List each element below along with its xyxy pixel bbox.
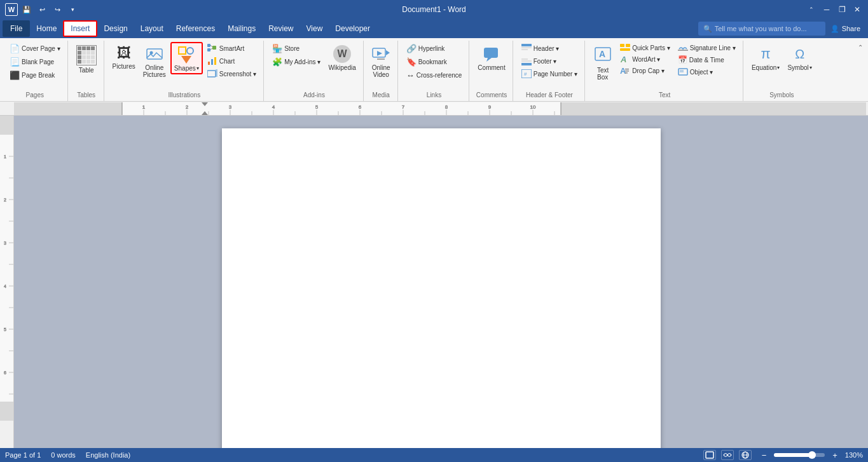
share-icon: 👤 — [830, 25, 839, 33]
my-addins-button[interactable]: 🧩 My Add-ins ▾ — [269, 55, 324, 69]
wordart-button[interactable]: A WordArt ▾ — [617, 53, 673, 65]
bookmark-button[interactable]: 🔖 Bookmark — [403, 55, 465, 69]
redo-button[interactable]: ↪ — [51, 3, 64, 16]
header-button[interactable]: Header ▾ — [518, 42, 581, 55]
blank-page-icon: 📃 — [10, 57, 20, 67]
symbol-button[interactable]: Ω Symbol ▾ — [784, 42, 815, 73]
menu-references[interactable]: References — [170, 20, 221, 37]
menu-mailings[interactable]: Mailings — [221, 20, 262, 37]
word-count: 0 words — [51, 451, 76, 459]
menu-review[interactable]: Review — [262, 20, 300, 37]
share-button[interactable]: 👤 Share — [825, 24, 865, 34]
object-button[interactable]: Object ▾ — [675, 66, 739, 78]
qat-customize-button[interactable]: ▾ — [66, 3, 79, 16]
wikipedia-button[interactable]: W Wikipedia — [325, 42, 359, 73]
search-icon: 🔍 — [703, 25, 712, 33]
drop-cap-button[interactable]: A Drop Cap ▾ — [617, 65, 673, 76]
menu-home[interactable]: Home — [30, 20, 63, 37]
cross-reference-icon: ↔ — [406, 71, 415, 80]
comments-items: Comment — [474, 42, 508, 90]
zoom-slider-thumb[interactable] — [808, 451, 816, 459]
ribbon: 📄 Cover Page ▾ 📃 Blank Page ⬛ Page Break… — [0, 38, 868, 102]
zoom-in-button[interactable]: + — [832, 451, 837, 460]
document-page[interactable] — [222, 128, 661, 448]
svg-text:4: 4 — [272, 104, 275, 110]
wikipedia-icon: W — [333, 45, 351, 63]
svg-rect-19 — [484, 48, 498, 58]
smartart-button[interactable]: SmartArt — [204, 42, 259, 55]
close-button[interactable]: ✕ — [851, 4, 863, 15]
menu-insert[interactable]: Insert — [63, 20, 97, 37]
store-button[interactable]: 🏪 Store — [269, 42, 324, 55]
text-label: Text — [590, 90, 739, 100]
menu-developer[interactable]: Developer — [329, 20, 376, 37]
svg-rect-0 — [147, 49, 162, 59]
chart-button[interactable]: Chart — [204, 55, 259, 67]
zoom-slider[interactable] — [774, 453, 825, 457]
zoom-out-button[interactable]: − — [762, 451, 767, 460]
menu-layout[interactable]: Layout — [134, 20, 170, 37]
menu-file[interactable]: File — [3, 20, 30, 37]
svg-rect-14 — [216, 69, 217, 77]
search-input[interactable] — [715, 25, 810, 32]
quick-parts-button[interactable]: Quick Parts ▾ — [617, 42, 673, 53]
main-area: 1 2 3 4 5 6 — [0, 116, 868, 448]
footer-icon — [521, 57, 532, 65]
blank-page-button[interactable]: 📃 Blank Page — [6, 55, 64, 69]
ribbon-collapse-button[interactable]: ⌃ — [855, 41, 865, 53]
date-time-button[interactable]: 📅 Date & Time — [675, 53, 739, 66]
equation-icon: π — [757, 45, 775, 63]
page-number-button[interactable]: # Page Number ▾ — [518, 67, 581, 80]
pictures-icon: 🖼 — [117, 45, 131, 62]
web-layout-view-button[interactable] — [739, 450, 752, 460]
table-button[interactable]: Table — [73, 42, 100, 76]
undo-button[interactable]: ↩ — [36, 3, 48, 16]
save-button[interactable]: 💾 — [20, 3, 33, 16]
svg-marker-17 — [377, 51, 382, 56]
svg-rect-26 — [521, 58, 528, 60]
table-icon — [76, 45, 97, 65]
addins-items: 🏪 Store 🧩 My Add-ins ▾ W Wikipedia — [269, 42, 359, 90]
ribbon-group-text: A TextBox Quick Parts ▾ — [586, 41, 743, 101]
canvas-area[interactable] — [14, 116, 868, 448]
comment-button[interactable]: Comment — [474, 42, 508, 73]
cover-page-button[interactable]: 📄 Cover Page ▾ — [6, 42, 64, 55]
print-layout-view-button[interactable] — [703, 450, 716, 460]
text-items: A TextBox Quick Parts ▾ — [590, 42, 739, 90]
header-icon — [521, 44, 532, 53]
minimize-button[interactable]: ─ — [821, 4, 832, 15]
svg-rect-38 — [625, 72, 628, 74]
footer-button[interactable]: Footer ▾ — [518, 55, 581, 67]
svg-rect-37 — [625, 71, 629, 72]
page-break-button[interactable]: ⬛ Page Break — [6, 69, 64, 82]
svg-marker-20 — [486, 58, 492, 62]
svg-rect-12 — [214, 57, 216, 65]
online-video-button[interactable]: OnlineVideo — [369, 42, 394, 80]
signature-line-button[interactable]: Signature Line ▾ — [675, 42, 739, 53]
online-pictures-button[interactable]: OnlinePictures — [140, 42, 169, 80]
svg-rect-22 — [521, 47, 532, 48]
svg-text:3: 3 — [4, 241, 6, 245]
equation-button[interactable]: π Equation ▾ — [748, 42, 783, 73]
ribbon-toggle-button[interactable]: ⌃ — [806, 4, 817, 15]
read-mode-view-button[interactable] — [721, 450, 734, 460]
pictures-button[interactable]: 🖼 Pictures — [109, 42, 139, 72]
vertical-ruler: 1 2 3 4 5 6 — [0, 116, 14, 448]
page-break-icon: ⬛ — [10, 71, 20, 80]
header-footer-label: Header & Footer — [518, 90, 581, 100]
svg-text:1: 1 — [142, 104, 146, 110]
screenshot-button[interactable]: Screenshot ▾ — [204, 67, 259, 80]
menu-view[interactable]: View — [300, 20, 329, 37]
shapes-button[interactable]: Shapes ▾ — [170, 42, 203, 74]
hyperlink-button[interactable]: 🔗 Hyperlink — [403, 42, 465, 55]
svg-text:A: A — [599, 49, 605, 59]
smartart-icon — [207, 44, 217, 53]
menu-design[interactable]: Design — [97, 20, 134, 37]
quick-parts-icon — [620, 44, 630, 51]
cross-reference-button[interactable]: ↔ Cross-reference — [403, 69, 465, 82]
restore-button[interactable]: ❐ — [836, 4, 848, 15]
text-box-button[interactable]: A TextBox — [590, 42, 616, 83]
svg-rect-11 — [211, 59, 213, 65]
tables-items: Table — [73, 42, 100, 90]
search-bar[interactable]: 🔍 — [698, 22, 825, 36]
